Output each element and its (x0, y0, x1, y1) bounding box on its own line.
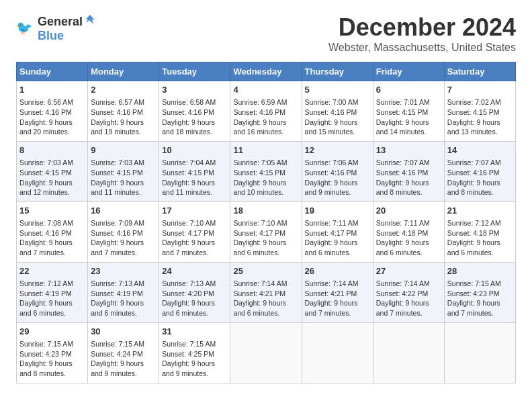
sunrise-label: Sunrise: 7:12 AM (19, 279, 73, 287)
daylight-label: Daylight: 9 hours (162, 299, 215, 307)
sunrise-label: Sunrise: 6:58 AM (162, 98, 216, 106)
daylight-label: Daylight: 9 hours (305, 118, 358, 126)
day-number: 3 (162, 84, 227, 96)
day-number: 8 (19, 144, 85, 156)
sunrise-label: Sunrise: 7:12 AM (447, 219, 501, 227)
header-monday: Monday (88, 62, 159, 81)
calendar-cell: 4 Sunrise: 6:59 AM Sunset: 4:16 PM Dayli… (230, 81, 302, 142)
day-number: 14 (447, 144, 513, 156)
calendar-cell: 20 Sunrise: 7:11 AM Sunset: 4:18 PM Dayl… (373, 201, 444, 262)
week-row-1: 1 Sunrise: 6:56 AM Sunset: 4:16 PM Dayli… (17, 81, 516, 142)
daylight-minutes: and 8 minutes. (447, 188, 494, 196)
daylight-minutes: and 6 minutes. (376, 248, 423, 257)
calendar-cell: 24 Sunrise: 7:13 AM Sunset: 4:20 PM Dayl… (159, 262, 230, 322)
daylight-label: Daylight: 9 hours (19, 359, 73, 367)
daylight-minutes: and 11 minutes. (162, 188, 212, 196)
sunrise-label: Sunrise: 7:04 AM (162, 158, 216, 167)
calendar-cell (373, 322, 444, 383)
sunset-label: Sunset: 4:16 PM (376, 169, 429, 177)
calendar-cell: 7 Sunrise: 7:02 AM Sunset: 4:15 PM Dayli… (444, 81, 515, 142)
day-number: 22 (19, 265, 85, 277)
logo: 🐦 General Blue (16, 13, 97, 43)
day-number: 16 (91, 205, 156, 217)
daylight-label: Daylight: 9 hours (447, 118, 500, 126)
sunrise-label: Sunrise: 7:15 AM (447, 279, 501, 287)
calendar-cell: 10 Sunrise: 7:04 AM Sunset: 4:15 PM Dayl… (159, 141, 230, 201)
sunset-label: Sunset: 4:21 PM (233, 289, 285, 298)
sunrise-label: Sunrise: 7:13 AM (91, 279, 144, 287)
sunset-label: Sunset: 4:16 PM (19, 229, 72, 237)
day-number: 24 (162, 265, 227, 277)
sunset-label: Sunset: 4:19 PM (91, 289, 143, 298)
daylight-minutes: and 7 minutes. (447, 309, 494, 317)
header-tuesday: Tuesday (159, 62, 230, 81)
daylight-label: Daylight: 9 hours (19, 179, 73, 187)
calendar-cell: 25 Sunrise: 7:14 AM Sunset: 4:21 PM Dayl… (230, 262, 302, 322)
sunrise-label: Sunrise: 7:15 AM (91, 340, 144, 348)
daylight-label: Daylight: 9 hours (233, 299, 286, 307)
day-number: 6 (376, 84, 441, 96)
day-number: 11 (233, 144, 298, 156)
sunrise-label: Sunrise: 7:08 AM (19, 219, 73, 227)
calendar-cell: 30 Sunrise: 7:15 AM Sunset: 4:24 PM Dayl… (88, 322, 159, 383)
daylight-minutes: and 20 minutes. (19, 128, 70, 136)
day-number: 21 (447, 205, 513, 217)
sunset-label: Sunset: 4:23 PM (19, 350, 72, 358)
calendar-cell: 29 Sunrise: 7:15 AM Sunset: 4:23 PM Dayl… (17, 322, 88, 383)
sunrise-label: Sunrise: 7:00 AM (305, 98, 359, 106)
daylight-label: Daylight: 9 hours (233, 238, 286, 246)
sunrise-label: Sunrise: 7:07 AM (447, 158, 501, 167)
daylight-minutes: and 19 minutes. (91, 128, 141, 136)
sunrise-label: Sunrise: 7:03 AM (19, 158, 73, 167)
calendar-cell: 26 Sunrise: 7:14 AM Sunset: 4:21 PM Dayl… (302, 262, 373, 322)
logo-bird-svg (84, 13, 96, 26)
daylight-label: Daylight: 9 hours (233, 179, 286, 187)
sunset-label: Sunset: 4:25 PM (162, 350, 214, 358)
day-number: 5 (305, 84, 370, 96)
daylight-minutes: and 10 minutes. (233, 188, 283, 196)
calendar-cell: 19 Sunrise: 7:11 AM Sunset: 4:17 PM Dayl… (302, 201, 373, 262)
sunrise-label: Sunrise: 7:02 AM (447, 98, 501, 106)
daylight-label: Daylight: 9 hours (305, 299, 358, 307)
daylight-label: Daylight: 9 hours (91, 238, 144, 246)
sunset-label: Sunset: 4:16 PM (91, 229, 143, 237)
day-number: 29 (19, 326, 85, 338)
page-header: 🐦 General Blue December 2024 Webster, Ma… (16, 13, 516, 54)
header-saturday: Saturday (444, 62, 515, 81)
daylight-label: Daylight: 9 hours (305, 238, 358, 246)
daylight-minutes: and 11 minutes. (91, 188, 141, 196)
svg-marker-1 (85, 15, 95, 24)
sunset-label: Sunset: 4:15 PM (91, 169, 143, 177)
calendar-cell: 2 Sunrise: 6:57 AM Sunset: 4:16 PM Dayli… (88, 81, 159, 142)
calendar-cell: 18 Sunrise: 7:10 AM Sunset: 4:17 PM Dayl… (230, 201, 302, 262)
daylight-minutes: and 7 minutes. (162, 248, 208, 257)
day-number: 20 (376, 205, 441, 217)
sunrise-label: Sunrise: 7:15 AM (19, 340, 73, 348)
logo-blue: Blue (38, 29, 64, 42)
daylight-minutes: and 6 minutes. (305, 248, 351, 257)
calendar-cell: 17 Sunrise: 7:10 AM Sunset: 4:17 PM Dayl… (159, 201, 230, 262)
daylight-minutes: and 14 minutes. (376, 128, 427, 136)
daylight-minutes: and 8 minutes. (376, 188, 423, 196)
day-number: 25 (233, 265, 298, 277)
sunrise-label: Sunrise: 7:01 AM (376, 98, 430, 106)
sunset-label: Sunset: 4:24 PM (91, 350, 143, 358)
daylight-minutes: and 7 minutes. (376, 309, 423, 317)
calendar-cell: 16 Sunrise: 7:09 AM Sunset: 4:16 PM Dayl… (88, 201, 159, 262)
daylight-minutes: and 15 minutes. (305, 128, 355, 136)
sunset-label: Sunset: 4:15 PM (19, 169, 72, 177)
sunset-label: Sunset: 4:16 PM (91, 108, 143, 116)
daylight-label: Daylight: 9 hours (19, 118, 73, 126)
sunrise-label: Sunrise: 7:06 AM (305, 158, 359, 167)
sunrise-label: Sunrise: 7:09 AM (91, 219, 144, 227)
header-friday: Friday (373, 62, 444, 81)
calendar-cell (444, 322, 515, 383)
daylight-label: Daylight: 9 hours (91, 179, 144, 187)
daylight-minutes: and 18 minutes. (162, 128, 212, 136)
calendar-cell: 5 Sunrise: 7:00 AM Sunset: 4:16 PM Dayli… (302, 81, 373, 142)
day-number: 7 (447, 84, 513, 96)
logo-general: General (38, 15, 83, 29)
sunset-label: Sunset: 4:23 PM (447, 289, 500, 298)
sunset-label: Sunset: 4:15 PM (233, 169, 285, 177)
sunset-label: Sunset: 4:18 PM (376, 229, 429, 237)
